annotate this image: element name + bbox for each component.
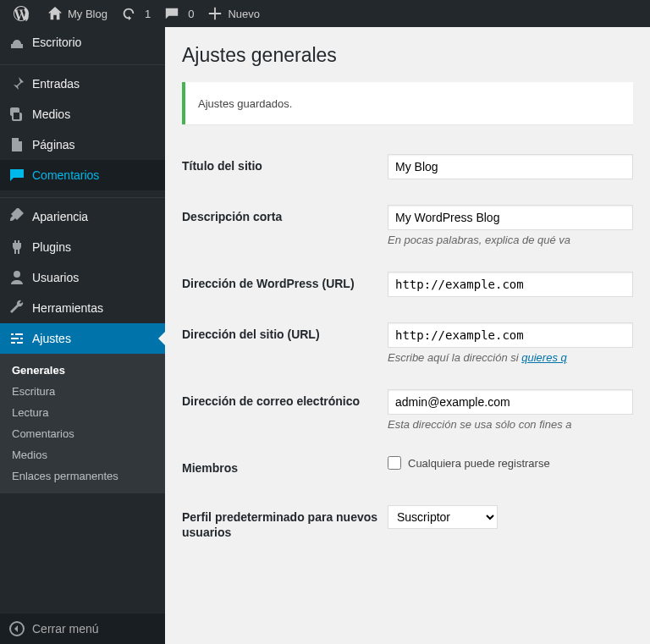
- wrench-icon: [8, 300, 25, 316]
- label-wpurl: Dirección de WordPress (URL): [182, 259, 388, 310]
- label-email: Dirección de correo electrónico: [182, 377, 388, 443]
- notice-text: Ajustes guardados.: [198, 97, 620, 110]
- site-title-input[interactable]: [388, 154, 633, 179]
- menu-dashboard[interactable]: Escritorio: [0, 27, 165, 58]
- menu-settings[interactable]: Ajustes: [0, 323, 165, 354]
- site-name: My Blog: [68, 8, 107, 20]
- submenu-writing[interactable]: Escritura: [0, 381, 165, 402]
- menu-label: Usuarios: [32, 271, 79, 284]
- menu-label: Medios: [32, 107, 70, 121]
- collapse-label: Cerrar menú: [32, 622, 99, 636]
- label-membership: Miembros: [182, 443, 388, 493]
- label-default-role: Perfil predeterminado para nuevos usuari…: [182, 493, 388, 557]
- content-area: Ajustes generales Ajustes guardados. Tít…: [165, 27, 650, 644]
- menu-pages[interactable]: Páginas: [0, 129, 165, 160]
- pin-icon: [8, 75, 25, 92]
- menu-posts[interactable]: Entradas: [0, 69, 165, 99]
- siteurl-input[interactable]: [388, 322, 633, 348]
- settings-submenu: Generales Escritura Lectura Comentarios …: [0, 354, 165, 493]
- updates-link[interactable]: 1: [114, 0, 157, 27]
- admin-sidebar: Escritorio Entradas Medios Páginas Comen…: [0, 27, 165, 644]
- updates-count: 1: [145, 8, 151, 20]
- submenu-discussion[interactable]: Comentarios: [0, 423, 165, 444]
- membership-checkbox[interactable]: [388, 456, 401, 470]
- tagline-help: En pocas palabras, explica de qué va: [388, 234, 633, 246]
- menu-users[interactable]: Usuarios: [0, 262, 165, 293]
- new-label: Nuevo: [228, 8, 260, 20]
- menu-label: Escritorio: [32, 36, 81, 49]
- brush-icon: [8, 208, 25, 225]
- siteurl-help-link[interactable]: quieres q: [521, 351, 566, 364]
- comments-link[interactable]: 0: [157, 0, 201, 27]
- comments-count: 0: [188, 8, 194, 20]
- page-icon: [8, 136, 25, 153]
- comment-icon: [164, 6, 179, 21]
- settings-form: Título del sitio Descripción corta En po…: [182, 141, 633, 558]
- membership-checkbox-label: Cualquiera puede registrarse: [408, 457, 550, 470]
- menu-label: Herramientas: [32, 301, 103, 315]
- wpurl-input[interactable]: [388, 272, 633, 297]
- email-help: Esta dirección se usa sólo con fines a: [388, 418, 633, 431]
- wordpress-icon: [14, 6, 29, 21]
- submenu-permalinks[interactable]: Enlaces permanentes: [0, 465, 165, 487]
- label-tagline: Descripción corta: [182, 192, 388, 259]
- sliders-icon: [8, 330, 25, 347]
- menu-plugins[interactable]: Plugins: [0, 232, 165, 262]
- label-siteurl: Dirección del sitio (URL): [182, 310, 388, 377]
- new-content-link[interactable]: Nuevo: [201, 0, 267, 27]
- plugin-icon: [8, 239, 25, 256]
- label-site-title: Título del sitio: [182, 141, 388, 192]
- submenu-general[interactable]: Generales: [0, 360, 165, 381]
- menu-label: Ajustes: [32, 332, 71, 345]
- collapse-menu[interactable]: Cerrar menú: [0, 614, 165, 644]
- menu-tools[interactable]: Herramientas: [0, 293, 165, 323]
- admin-email-input[interactable]: [388, 389, 633, 415]
- tagline-input[interactable]: [388, 205, 633, 230]
- submenu-media[interactable]: Medios: [0, 444, 165, 465]
- admin-bar: My Blog 1 0 Nuevo: [0, 0, 650, 27]
- site-home-link[interactable]: My Blog: [41, 0, 114, 27]
- settings-saved-notice: Ajustes guardados.: [182, 82, 633, 124]
- default-role-select[interactable]: Suscriptor: [388, 505, 498, 529]
- menu-separator: [0, 61, 165, 65]
- menu-label: Apariencia: [32, 210, 88, 223]
- menu-label: Comentarios: [32, 168, 99, 182]
- menu-label: Páginas: [32, 138, 75, 151]
- menu-label: Entradas: [32, 77, 80, 91]
- siteurl-help: Escribe aquí la dirección si quieres q: [388, 351, 633, 364]
- user-icon: [8, 269, 25, 286]
- comment-icon: [8, 167, 25, 184]
- submenu-reading[interactable]: Lectura: [0, 402, 165, 423]
- menu-media[interactable]: Medios: [0, 99, 165, 129]
- menu-appearance[interactable]: Apariencia: [0, 201, 165, 232]
- membership-option[interactable]: Cualquiera puede registrarse: [388, 456, 633, 470]
- plus-icon: [207, 6, 223, 21]
- page-title: Ajustes generales: [182, 44, 633, 67]
- updates-icon: [121, 6, 136, 21]
- media-icon: [8, 106, 25, 123]
- menu-separator: [0, 194, 165, 198]
- wp-logo[interactable]: [7, 0, 41, 27]
- dashboard-icon: [8, 34, 25, 51]
- home-icon: [47, 6, 63, 21]
- menu-label: Plugins: [32, 240, 71, 254]
- menu-comments[interactable]: Comentarios: [0, 160, 165, 190]
- collapse-icon: [8, 620, 25, 637]
